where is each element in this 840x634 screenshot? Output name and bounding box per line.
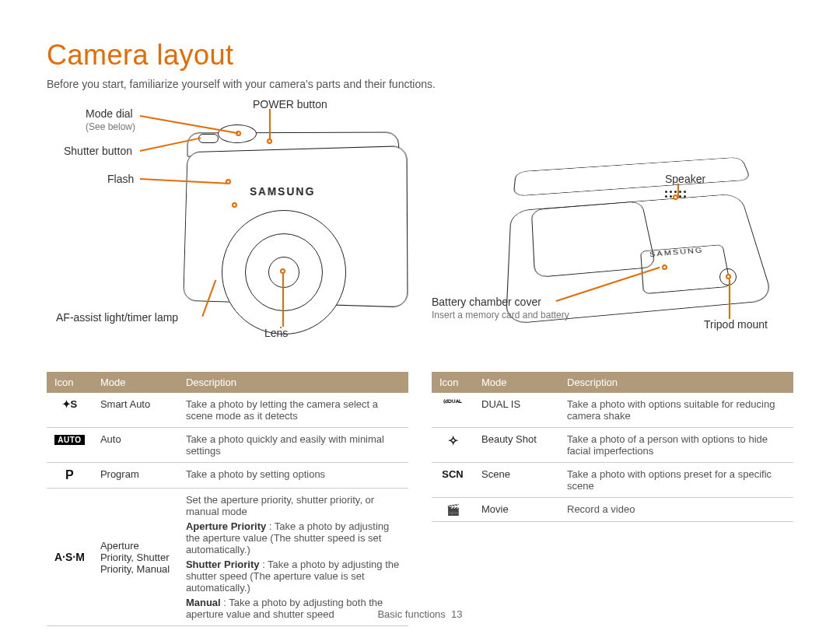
camera-bottom-diagram: SAMSUNG Speaker Battery chamber cover In…	[432, 101, 793, 358]
table-row: AUTO Auto Take a photo quickly and easil…	[47, 428, 408, 463]
label-flash: Flash	[107, 173, 134, 185]
mode-desc: Take a photo by letting the camera selec…	[178, 393, 408, 428]
mode-desc: Take a photo quickly and easily with min…	[178, 428, 408, 463]
mode-desc: Take a photo with options suitable for r…	[559, 393, 793, 428]
label-shutter: Shutter button	[64, 145, 132, 157]
brand-logo: SAMSUNG	[250, 185, 315, 198]
mode-name: DUAL IS	[474, 393, 559, 428]
th-icon: Icon	[432, 372, 474, 393]
mode-name: Program	[93, 463, 178, 489]
label-battery-cover: Battery chamber cover	[432, 296, 541, 308]
mode-name: Auto	[93, 428, 178, 463]
smart-auto-icon: ✦S	[47, 393, 93, 428]
th-desc: Description	[178, 372, 408, 393]
table-row: 🎬 Movie Record a video	[432, 498, 793, 522]
label-tripod: Tripod mount	[704, 318, 768, 331]
mode-name: Aperture Priority, Shutter Priority, Man…	[93, 489, 178, 626]
label-af-lamp: AF-assist light/timer lamp	[56, 311, 178, 324]
label-battery-note: Insert a memory card and battery	[432, 310, 569, 321]
page-footer: Basic functions 13	[0, 608, 840, 620]
label-lens: Lens	[264, 327, 288, 339]
label-mode-dial: Mode dial	[86, 107, 133, 120]
scene-icon: SCN	[432, 463, 474, 498]
dual-is-icon: ⁽ᵈᴰᵁᴬᴸ	[432, 393, 474, 428]
mode-desc: Take a photo with options preset for a s…	[559, 463, 793, 498]
label-mode-dial-note: (See below)	[86, 121, 135, 132]
table-row: P Program Take a photo by setting option…	[47, 463, 408, 489]
table-row: ✦S Smart Auto Take a photo by letting th…	[47, 393, 408, 428]
page-title: Camera layout	[47, 39, 793, 72]
mode-table-right: Icon Mode Description ⁽ᵈᴰᵁᴬᴸ DUAL IS Tak…	[432, 372, 793, 522]
auto-icon: AUTO	[47, 428, 93, 463]
mode-name: Scene	[474, 463, 559, 498]
section-name: Basic functions	[377, 608, 445, 620]
label-power: POWER button	[253, 98, 327, 110]
program-icon: P	[47, 463, 93, 489]
th-mode: Mode	[474, 372, 559, 393]
page-number: 13	[451, 608, 462, 620]
th-desc: Description	[559, 372, 793, 393]
mode-table-left: Icon Mode Description ✦S Smart Auto Take…	[47, 372, 408, 626]
mode-desc: Set the aperture priority, shutter prior…	[178, 489, 408, 626]
asm-icon: A·S·M	[47, 489, 93, 626]
mode-name: Beauty Shot	[474, 428, 559, 463]
th-icon: Icon	[47, 372, 93, 393]
movie-icon: 🎬	[432, 498, 474, 522]
th-mode: Mode	[93, 372, 178, 393]
mode-desc: Record a video	[559, 498, 793, 522]
diagram-row: SAMSUNG Mode dial (See below) POWER butt…	[47, 101, 793, 358]
mode-desc: Take a photo by setting options	[178, 463, 408, 489]
page-subtitle: Before you start, familiarize yourself w…	[47, 78, 793, 90]
mode-name: Smart Auto	[93, 393, 178, 428]
table-row: SCN Scene Take a photo with options pres…	[432, 463, 793, 498]
beauty-shot-icon: ✧	[432, 428, 474, 463]
label-speaker: Speaker	[665, 173, 705, 185]
mode-desc: Take a photo of a person with options to…	[559, 428, 793, 463]
table-row: ✧ Beauty Shot Take a photo of a person w…	[432, 428, 793, 463]
mode-name: Movie	[474, 498, 559, 522]
camera-front-diagram: SAMSUNG Mode dial (See below) POWER butt…	[47, 101, 408, 358]
table-row: ⁽ᵈᴰᵁᴬᴸ DUAL IS Take a photo with options…	[432, 393, 793, 428]
table-row: A·S·M Aperture Priority, Shutter Priorit…	[47, 489, 408, 626]
mode-tables: Icon Mode Description ✦S Smart Auto Take…	[47, 372, 793, 626]
